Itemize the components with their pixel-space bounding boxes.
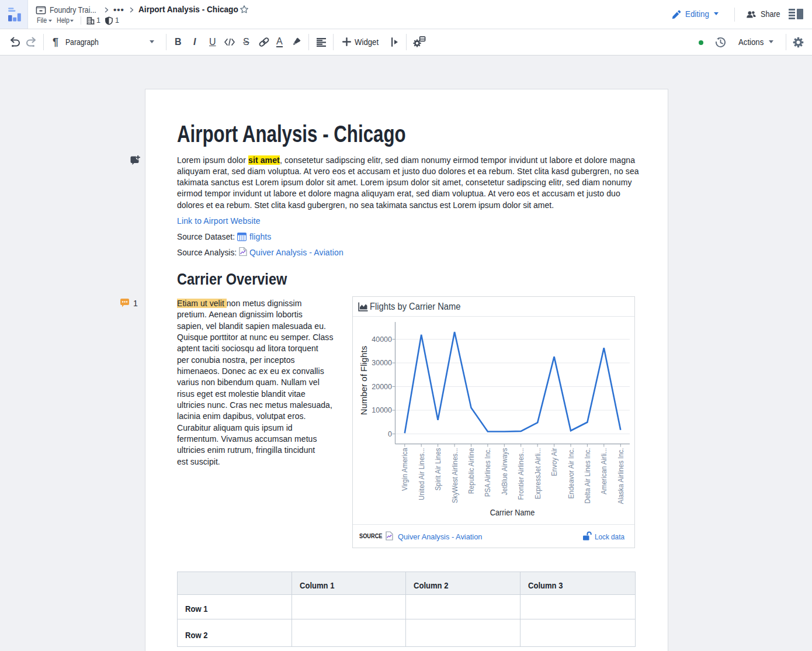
- svg-text:SkyWest Airlines...: SkyWest Airlines...: [450, 448, 459, 503]
- svg-text:Envoy Air: Envoy Air: [550, 448, 558, 476]
- svg-text:20000: 20000: [372, 383, 392, 391]
- svg-text:PSA Airlines Inc.: PSA Airlines Inc.: [484, 448, 492, 497]
- svg-text:JetBlue Airways: JetBlue Airways: [500, 448, 509, 496]
- svg-text:Delta Air Lines Inc.: Delta Air Lines Inc.: [583, 448, 592, 504]
- svg-text:American Airli...: American Airli...: [600, 448, 609, 494]
- svg-text:0: 0: [388, 430, 392, 438]
- svg-text:ExpressJet Airli...: ExpressJet Airli...: [533, 448, 542, 500]
- svg-text:Endeavor Air Inc.: Endeavor Air Inc.: [567, 448, 575, 499]
- svg-text:Carrier Name: Carrier Name: [490, 507, 535, 517]
- svg-text:Republic Airline: Republic Airline: [467, 448, 476, 494]
- svg-text:United Air Lines...: United Air Lines...: [417, 448, 426, 501]
- svg-text:Alaska Airlines Inc.: Alaska Airlines Inc.: [616, 448, 625, 504]
- svg-text:Number of Flights: Number of Flights: [359, 346, 369, 415]
- svg-text:10000: 10000: [372, 406, 392, 414]
- svg-text:Spirit Air Lines: Spirit Air Lines: [433, 448, 442, 491]
- svg-text:Virgin America: Virgin America: [401, 448, 410, 491]
- svg-text:30000: 30000: [372, 359, 392, 367]
- svg-text:Frontier Airlines...: Frontier Airlines...: [517, 448, 526, 500]
- svg-text:40000: 40000: [372, 335, 392, 344]
